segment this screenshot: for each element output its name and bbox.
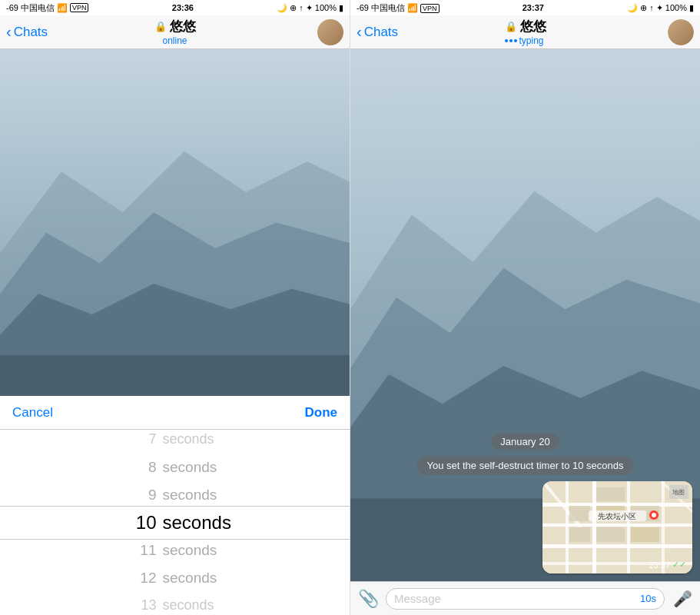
attach-button[interactable]: 📎 <box>357 587 380 610</box>
paperclip-icon: 📎 <box>358 589 379 609</box>
back-label-right: Chats <box>364 25 398 40</box>
avatar-image-left <box>317 19 343 45</box>
picker-scroll[interactable]: 7 seconds 8 seconds 9 seconds 10 seconds… <box>0 430 350 615</box>
svg-rect-16 <box>592 481 596 573</box>
battery-icon-right: ▮ <box>689 3 694 12</box>
nav-title-right: 🔒 悠悠 typing <box>505 18 546 46</box>
message-bubble: 先农坛小区 地图 23:37 ✓✓ <box>542 481 692 573</box>
picker-item-13[interactable]: 13 seconds <box>0 592 350 616</box>
timer-badge: 10s <box>640 593 656 604</box>
svg-rect-13 <box>542 544 692 548</box>
svg-rect-22 <box>596 487 625 501</box>
status-bar-left: -69 中国电信 📶 VPN 23:36 🌙 ⊕ ↑ ✦ 100% ▮ <box>0 0 350 15</box>
picker-item-9[interactable]: 9 seconds <box>0 481 350 509</box>
svg-rect-17 <box>627 481 630 573</box>
picker-item-12[interactable]: 12 seconds <box>0 564 350 592</box>
typing-indicator: typing <box>505 35 546 46</box>
bluetooth-icon-left: ✦ <box>306 3 313 13</box>
mic-icon: 🎤 <box>673 590 692 608</box>
right-status-right: 🌙 ⊕ ↑ ✦ 100% ▮ <box>627 3 694 13</box>
location-icon-left: ⊕ <box>290 3 297 13</box>
avatar-left[interactable] <box>317 19 343 45</box>
lock-icon-left: 🔒 <box>154 21 167 32</box>
picker-done-button[interactable]: Done <box>305 405 338 421</box>
back-button-right[interactable]: ‹ Chats <box>357 23 398 41</box>
svg-rect-25 <box>569 527 590 542</box>
vpn-badge-left: VPN <box>70 3 89 12</box>
map-bubble[interactable]: 先农坛小区 地图 23:37 ✓✓ <box>542 481 692 573</box>
typing-dot-2 <box>509 39 513 42</box>
back-button-left[interactable]: ‹ Chats <box>6 23 48 41</box>
picker-cancel-button[interactable]: Cancel <box>12 405 53 421</box>
mountains-svg-left <box>0 49 350 396</box>
battery-icon-left: ▮ <box>339 3 343 13</box>
contact-name-left: 🔒 悠悠 <box>154 18 196 35</box>
svg-rect-21 <box>569 506 590 521</box>
svg-text:先农坛小区: 先农坛小区 <box>598 512 636 520</box>
back-label-left: Chats <box>14 25 48 40</box>
svg-rect-15 <box>566 481 569 573</box>
svg-rect-4 <box>0 355 350 396</box>
message-placeholder: Message <box>394 592 441 605</box>
moon-icon-right: 🌙 <box>627 3 638 12</box>
svg-rect-26 <box>596 527 625 542</box>
signal-right: -69 中国电信 <box>357 3 405 12</box>
chat-messages: January 20 You set the self-destruct tim… <box>350 434 700 573</box>
picker-item-11[interactable]: 11 seconds <box>0 537 350 564</box>
picker-items: 7 seconds 8 seconds 9 seconds 10 seconds… <box>0 430 350 615</box>
typing-dot-1 <box>505 39 508 42</box>
svg-rect-12 <box>542 524 692 527</box>
check-marks: ✓✓ <box>672 560 686 570</box>
chevron-right-icon: ‹ <box>357 23 362 41</box>
right-status-left: 🌙 ⊕ ↑ ✦ 100% ▮ <box>277 3 343 13</box>
message-meta: 23:37 ✓✓ <box>649 560 686 570</box>
picker-item-8[interactable]: 8 seconds <box>0 454 350 481</box>
message-time: 23:37 <box>649 560 670 570</box>
avatar-right[interactable] <box>668 19 694 45</box>
wifi-icon-right: 📶 <box>407 3 418 12</box>
picker-toolbar: Cancel Done <box>0 396 350 430</box>
typing-dot-3 <box>514 39 517 42</box>
bluetooth-icon-right: ✦ <box>656 3 663 12</box>
battery-left: 100% <box>315 3 337 12</box>
message-input[interactable]: Message 10s <box>386 588 665 610</box>
signal-left: -69 中国电信 <box>6 2 55 14</box>
picker-area: Cancel Done 7 seconds 8 seconds 9 second… <box>0 396 350 615</box>
svg-text:地图: 地图 <box>672 489 685 496</box>
moon-icon-left: 🌙 <box>277 3 287 13</box>
picker-item-7[interactable]: 7 seconds <box>0 430 350 454</box>
typing-label: typing <box>519 35 544 46</box>
lock-icon-right: 🔒 <box>505 21 517 32</box>
chat-bg-right: January 20 You set the self-destruct tim… <box>350 49 700 581</box>
time-left: 23:36 <box>172 3 194 12</box>
input-bar: 📎 Message 10s 🎤 <box>350 581 700 615</box>
left-status-info: -69 中国电信 📶 VPN <box>6 2 88 14</box>
left-status-right: -69 中国电信 📶 VPN <box>357 2 440 14</box>
contact-status-left: online <box>154 35 196 46</box>
chat-bg-left <box>0 49 350 396</box>
battery-right: 100% <box>665 3 687 12</box>
system-message: You set the self-destruct timer to 10 se… <box>417 456 632 475</box>
arrow-icon-right: ↑ <box>649 3 654 12</box>
time-right: 23:37 <box>523 3 544 12</box>
nav-bar-left: ‹ Chats 🔒 悠悠 online <box>0 15 350 49</box>
typing-dots <box>505 39 517 42</box>
wifi-icon-left: 📶 <box>57 3 68 13</box>
svg-rect-27 <box>631 527 659 542</box>
nav-title-left: 🔒 悠悠 online <box>154 18 196 46</box>
avatar-image-right <box>668 19 694 45</box>
chevron-left-icon: ‹ <box>6 23 12 41</box>
contact-name-right: 🔒 悠悠 <box>505 18 546 35</box>
vpn-badge-right: VPN <box>420 4 440 13</box>
left-panel: -69 中国电信 📶 VPN 23:36 🌙 ⊕ ↑ ✦ 100% ▮ ‹ Ch… <box>0 0 350 615</box>
arrow-icon-left: ↑ <box>299 3 304 12</box>
nav-bar-right: ‹ Chats 🔒 悠悠 typing <box>350 15 700 49</box>
date-badge: January 20 <box>491 434 559 450</box>
right-panel: -69 中国电信 📶 VPN 23:37 🌙 ⊕ ↑ ✦ 100% ▮ ‹ Ch… <box>350 0 700 615</box>
location-icon-right: ⊕ <box>640 3 647 12</box>
mic-button[interactable]: 🎤 <box>671 587 694 610</box>
picker-item-10-selected[interactable]: 10 seconds <box>0 509 350 537</box>
svg-point-31 <box>652 513 656 517</box>
status-bar-right: -69 中国电信 📶 VPN 23:37 🌙 ⊕ ↑ ✦ 100% ▮ <box>350 0 700 15</box>
